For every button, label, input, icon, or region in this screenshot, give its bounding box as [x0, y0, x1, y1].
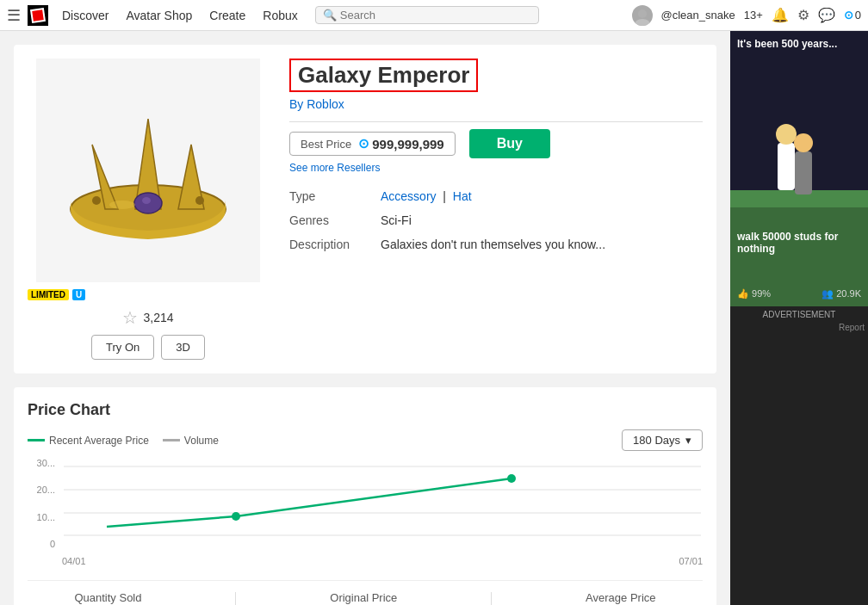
- description-value: Galaxies don't run themselves you know..…: [381, 238, 605, 251]
- robux-icon-price: ⊙: [358, 136, 369, 151]
- genres-value: Sci-Fi: [381, 213, 412, 227]
- best-price-value: ⊙ 999,999,999: [358, 136, 443, 151]
- ad-title: It's been 500 years...: [737, 38, 861, 50]
- limited-badge: LIMITED U: [28, 289, 85, 300]
- legend-volume-label: Volume: [184, 435, 219, 447]
- svg-point-18: [507, 474, 516, 483]
- ad-stats: 👍 99% 👥 20.9K: [737, 288, 861, 299]
- time-range-dropdown[interactable]: 180 Days ▾: [622, 429, 703, 451]
- item-title: Galaxy Emperor: [289, 59, 478, 92]
- genres-label: Genres: [289, 213, 367, 227]
- price-box: Best Price ⊙ 999,999,999: [289, 132, 456, 156]
- chat-icon[interactable]: 💬: [818, 7, 835, 23]
- chart-wrapper: 30... 20... 10... 0: [28, 458, 703, 566]
- nav-avatar-shop[interactable]: Avatar Shop: [119, 5, 199, 26]
- hamburger-icon[interactable]: ☰: [7, 6, 21, 25]
- price-chart-section: Price Chart Recent Average Price Volume …: [14, 387, 716, 605]
- search-input[interactable]: [340, 9, 531, 22]
- legend-volume: Volume: [163, 435, 219, 447]
- legend-green-line: [28, 439, 45, 441]
- meta-description-row: Description Galaxies don't run themselve…: [289, 232, 703, 256]
- svg-point-11: [92, 196, 101, 205]
- average-price-label: Average Price: [586, 591, 655, 604]
- see-more-resellers[interactable]: See more Resellers: [289, 162, 703, 174]
- original-price-label: Original Price: [330, 591, 397, 604]
- buy-button[interactable]: Buy: [469, 129, 550, 158]
- stats-separator-1: [235, 592, 236, 605]
- y-label-0: 0: [28, 539, 55, 549]
- nav-discover[interactable]: Discover: [55, 5, 115, 26]
- favorite-star-icon[interactable]: ☆: [122, 307, 138, 328]
- svg-point-2: [638, 9, 647, 18]
- svg-point-25: [794, 133, 813, 152]
- quantity-sold-label: Quantity Sold: [74, 591, 141, 604]
- legend-gray-line: [163, 439, 180, 441]
- item-image-wrap: LIMITED U ☆ 3,214 Try On 3D: [28, 59, 269, 360]
- age-rating-label: 13+: [744, 9, 763, 22]
- advertisement-label: ADVERTISEMENT: [730, 306, 868, 323]
- price-row: Best Price ⊙ 999,999,999 Buy: [289, 129, 703, 158]
- chart-controls: Recent Average Price Volume 180 Days ▾: [28, 429, 703, 451]
- try-on-button[interactable]: Try On: [91, 335, 154, 360]
- chart-content: 04/01 07/01: [62, 458, 703, 566]
- main-content: LIMITED U ☆ 3,214 Try On 3D Galaxy Emper…: [0, 31, 730, 605]
- username-label: @clean_snake: [661, 9, 735, 22]
- u-label: U: [72, 289, 85, 300]
- svg-rect-1: [32, 9, 44, 22]
- item-image-svg: [53, 76, 243, 265]
- item-meta: Type Accessory | Hat Genres Sci-Fi: [289, 184, 703, 256]
- try-on-3d-buttons: Try On 3D: [91, 335, 205, 360]
- roblox-logo: [28, 5, 48, 26]
- top-nav: Discover Avatar Shop Create Robux: [55, 5, 305, 26]
- report-link[interactable]: Report: [730, 323, 868, 336]
- type-value: Accessory | Hat: [381, 189, 472, 203]
- chart-svg-wrap: [62, 458, 703, 553]
- ad-likes: 👍 99%: [737, 288, 771, 299]
- svg-point-3: [635, 19, 650, 26]
- x-label-apr: 04/01: [62, 556, 86, 566]
- item-image: [36, 59, 260, 282]
- favorite-count: 3,214: [143, 311, 173, 324]
- stats-row: Quantity Sold 150 Original Price 2,050 A…: [28, 580, 703, 605]
- notifications-icon[interactable]: 🔔: [772, 7, 789, 23]
- settings-icon[interactable]: ⚙: [797, 7, 809, 23]
- topbar-right: @clean_snake 13+ 🔔 ⚙ 💬 ⊙ 0: [632, 5, 862, 26]
- price-chart-title: Price Chart: [28, 401, 703, 419]
- svg-point-10: [109, 201, 135, 209]
- y-axis-labels: 30... 20... 10... 0: [28, 458, 59, 549]
- robux-icon: ⊙: [844, 9, 853, 22]
- chevron-down-icon: ▾: [685, 434, 691, 447]
- divider: [289, 121, 703, 122]
- y-label-30: 30...: [28, 458, 55, 468]
- page-wrap: LIMITED U ☆ 3,214 Try On 3D Galaxy Emper…: [0, 31, 868, 605]
- ad-panel: It's been 500 years... walk 50000 studs …: [730, 31, 868, 605]
- search-bar[interactable]: 🔍: [315, 6, 539, 24]
- nav-create[interactable]: Create: [202, 5, 252, 26]
- stat-average-price: Average Price 60,712: [586, 591, 655, 605]
- type-accessory-link[interactable]: Accessory: [381, 189, 437, 203]
- x-axis-labels: 04/01 07/01: [62, 553, 703, 566]
- svg-point-12: [195, 196, 204, 205]
- item-creator[interactable]: By Roblox: [289, 97, 703, 111]
- meta-type-row: Type Accessory | Hat: [289, 184, 703, 208]
- time-range-label: 180 Days: [633, 434, 680, 447]
- search-icon: 🔍: [323, 9, 337, 22]
- svg-point-9: [142, 197, 151, 204]
- svg-point-23: [776, 124, 797, 145]
- topbar: ☰ Discover Avatar Shop Create Robux 🔍 @c…: [0, 0, 868, 31]
- stat-original-price: Original Price 2,050: [330, 591, 397, 605]
- legend-recent-avg: Recent Average Price: [28, 435, 149, 447]
- x-label-jul: 07/01: [679, 556, 703, 566]
- svg-rect-22: [778, 143, 795, 190]
- ad-players: 👥 20.9K: [822, 288, 861, 299]
- meta-genres-row: Genres Sci-Fi: [289, 208, 703, 232]
- nav-robux[interactable]: Robux: [256, 5, 304, 26]
- favorite-row: ☆ 3,214: [122, 307, 173, 328]
- stat-quantity-sold: Quantity Sold 150: [74, 591, 141, 605]
- avatar-icon: [632, 5, 653, 26]
- type-hat-link[interactable]: Hat: [453, 189, 472, 203]
- 3d-button[interactable]: 3D: [161, 335, 205, 360]
- item-main: LIMITED U ☆ 3,214 Try On 3D Galaxy Emper…: [28, 59, 703, 360]
- robux-display: ⊙ 0: [844, 9, 861, 22]
- svg-rect-24: [795, 151, 812, 194]
